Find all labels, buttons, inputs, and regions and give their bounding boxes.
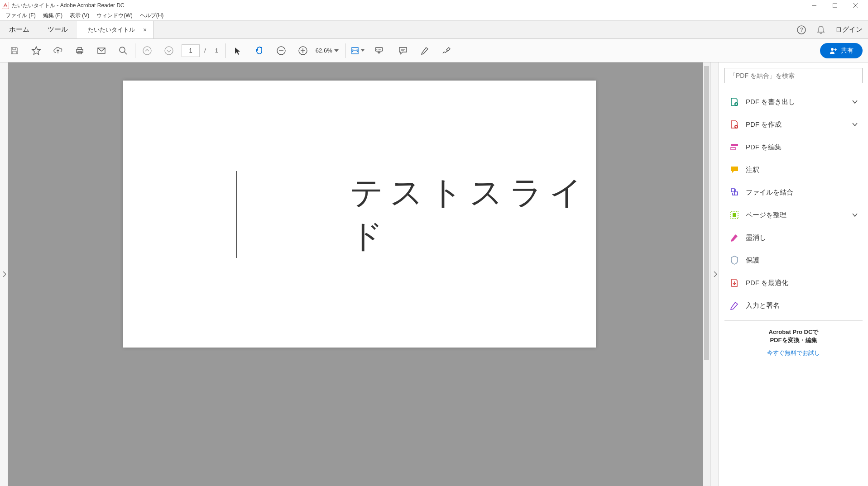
cloud-upload-icon[interactable] [49, 42, 67, 60]
tool-label: PDF を最適化 [746, 279, 858, 287]
toolbar: / 1 62.6% 共有 [0, 39, 868, 62]
svg-point-14 [165, 47, 173, 55]
panel-search-input[interactable] [724, 68, 863, 83]
menu-window[interactable]: ウィンドウ(W) [93, 11, 136, 20]
chevron-down-icon [852, 213, 858, 217]
svg-rect-34 [731, 148, 735, 150]
tool-icon [729, 210, 739, 220]
page-total: 1 [211, 47, 223, 54]
mail-icon[interactable] [92, 42, 110, 60]
tool-label: 保護 [746, 256, 858, 265]
page-number-input[interactable] [182, 44, 200, 57]
svg-rect-7 [77, 49, 83, 52]
tab-row: ホーム ツール たいたいタイトル × ? ログイン [0, 21, 868, 39]
left-panel-toggle[interactable] [0, 62, 8, 486]
panel-tool-7[interactable]: 保護 [724, 249, 863, 272]
hand-icon[interactable] [250, 42, 269, 60]
panel-tool-4[interactable]: ファイルを結合 [724, 181, 863, 204]
tool-icon [729, 278, 739, 288]
document-canvas[interactable]: テストスライド [8, 62, 710, 486]
promo-box: Acrobat Pro DCで PDFを変換・編集 今すぐ無料でお試し [724, 320, 863, 357]
tool-icon [729, 233, 739, 243]
tool-icon [729, 255, 739, 265]
fit-width-icon[interactable] [348, 42, 366, 60]
chevron-down-icon [334, 49, 339, 52]
vertical-scrollbar[interactable] [703, 62, 710, 486]
document-area: テストスライド [8, 62, 710, 486]
page-up-icon[interactable] [138, 42, 156, 60]
menu-file[interactable]: ファイル (F) [2, 11, 39, 20]
zoom-in-icon[interactable] [294, 42, 312, 60]
star-icon[interactable] [27, 42, 45, 60]
svg-rect-2 [833, 3, 837, 8]
panel-tool-0[interactable]: PDF を書き出し [724, 91, 863, 113]
panel-tool-5[interactable]: ページを整理 [724, 204, 863, 226]
tool-label: PDF を編集 [746, 143, 858, 152]
highlight-icon[interactable] [416, 42, 434, 60]
search-icon[interactable] [114, 42, 132, 60]
print-icon[interactable] [71, 42, 89, 60]
svg-point-13 [143, 47, 151, 55]
tool-icon [729, 300, 739, 310]
panel-tool-1[interactable]: PDF を作成 [724, 113, 863, 136]
chevron-down-icon [852, 123, 858, 126]
close-button[interactable] [845, 0, 866, 11]
bell-icon[interactable] [816, 25, 825, 34]
read-mode-icon[interactable] [370, 42, 388, 60]
tab-document-label: たいたいタイトル [88, 26, 135, 34]
person-plus-icon [829, 47, 837, 55]
svg-rect-33 [731, 144, 738, 146]
tool-label: PDF を作成 [746, 120, 846, 129]
zoom-dropdown[interactable]: 62.6% [312, 47, 342, 54]
page-separator: / [200, 47, 211, 54]
menu-help[interactable]: ヘルプ(H) [136, 11, 168, 20]
app-icon [2, 2, 9, 9]
tool-icon [729, 142, 739, 152]
cursor-icon[interactable] [229, 42, 247, 60]
slide-title-text: テストスライド [236, 171, 596, 258]
panel-tool-8[interactable]: PDF を最適化 [724, 272, 863, 294]
chevron-right-icon [2, 272, 6, 277]
svg-line-12 [125, 52, 127, 54]
tool-icon [729, 165, 739, 175]
comment-icon[interactable] [394, 42, 412, 60]
panel-tool-6[interactable]: 墨消し [724, 226, 863, 249]
svg-point-28 [831, 48, 834, 51]
maximize-button[interactable] [825, 0, 845, 11]
promo-link[interactable]: 今すぐ無料でお試し [724, 349, 863, 357]
right-panel-toggle[interactable] [710, 62, 719, 486]
chevron-right-icon [713, 272, 717, 277]
window-title: たいたいタイトル - Adobe Acrobat Reader DC [12, 2, 804, 10]
tab-document[interactable]: たいたいタイトル × [77, 21, 153, 38]
menu-view[interactable]: 表示 (V) [66, 11, 93, 20]
minimize-button[interactable] [804, 0, 825, 11]
tool-icon [729, 119, 739, 129]
panel-tool-2[interactable]: PDF を編集 [724, 136, 863, 158]
svg-rect-21 [375, 48, 383, 51]
tool-label: ファイルを結合 [746, 188, 858, 197]
share-label: 共有 [841, 47, 854, 55]
save-icon[interactable] [5, 42, 24, 60]
page-down-icon[interactable] [160, 42, 178, 60]
login-link[interactable]: ログイン [835, 25, 863, 34]
tab-close-icon[interactable]: × [143, 26, 147, 33]
svg-text:?: ? [800, 27, 803, 33]
scrollbar-thumb[interactable] [704, 66, 709, 360]
zoom-out-icon[interactable] [272, 42, 290, 60]
promo-line2: PDFを変換・編集 [724, 336, 863, 344]
panel-tool-9[interactable]: 入力と署名 [724, 294, 863, 317]
menu-edit[interactable]: 編集 (E) [39, 11, 66, 20]
tool-icon [729, 97, 739, 107]
tool-icon [729, 187, 739, 197]
tool-label: PDF を書き出し [746, 98, 846, 106]
pdf-page: テストスライド [123, 81, 596, 348]
help-icon[interactable]: ? [796, 25, 806, 35]
tab-tools[interactable]: ツール [38, 21, 77, 38]
panel-tool-3[interactable]: 注釈 [724, 158, 863, 181]
share-button[interactable]: 共有 [820, 43, 863, 58]
tab-home[interactable]: ホーム [0, 21, 38, 38]
sign-icon[interactable] [437, 42, 456, 60]
main-area: テストスライド PDF を書き出しPDF を作成PDF を編集注釈ファイルを結合… [0, 62, 868, 486]
tool-label: 入力と署名 [746, 301, 858, 310]
promo-line1: Acrobat Pro DCで [724, 328, 863, 336]
